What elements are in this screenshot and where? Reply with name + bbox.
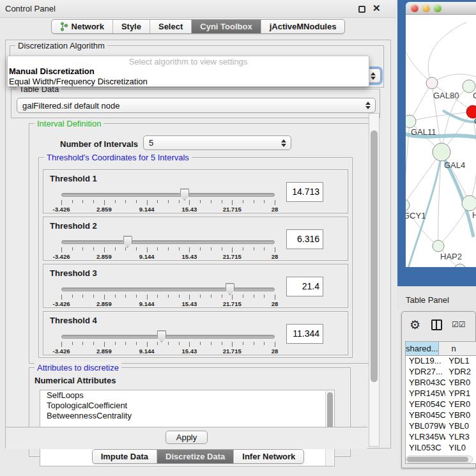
slider-thumb[interactable] xyxy=(123,236,132,248)
attribute-list-item[interactable]: SelfLoops xyxy=(40,390,334,401)
tab-jactivemnodules[interactable]: jActiveMNodules xyxy=(261,20,345,33)
threshold-4-slider[interactable]: -3.4262.8599.14415.4321.71528 xyxy=(61,333,275,352)
dropdown-item-equal-width[interactable]: Equal Width/Frequency Discretization xyxy=(8,77,369,87)
number-of-intervals-label: Number of Intervals xyxy=(60,139,138,149)
control-panel-titlebar: Control Panel ✕ xyxy=(0,0,396,18)
float-window-icon[interactable] xyxy=(358,6,365,13)
column-header-name[interactable]: n xyxy=(439,342,476,355)
attribute-list-item[interactable]: TopologicalCoefficient xyxy=(40,401,334,411)
tab-select[interactable]: Select xyxy=(150,20,191,33)
threshold-4-value-field[interactable]: 11.344 xyxy=(286,324,323,344)
table-data-group: Table Data galFiltered.sif default node xyxy=(11,89,380,118)
slider-ticks xyxy=(61,342,275,347)
select-columns-icon[interactable]: ☑☑ xyxy=(452,320,466,329)
slider-track[interactable] xyxy=(61,240,275,244)
threshold-4-panel: Threshold 4 -3.4262.8599.14415.4321.7152… xyxy=(43,311,348,355)
table-row[interactable]: YBL079WYBL0 xyxy=(406,421,476,432)
tab-infer-network[interactable]: Infer Network xyxy=(233,450,303,463)
network-view-window: GAL80GCGAL11GAL4GCY1HHAP2 xyxy=(397,0,476,286)
threshold-2-value-field[interactable]: 6.316 xyxy=(286,229,323,249)
threshold-1-slider[interactable]: -3.4262.8599.14415.4321.71528 xyxy=(61,191,275,210)
network-window-titlebar[interactable] xyxy=(406,2,476,15)
network-node[interactable] xyxy=(406,115,416,128)
gear-icon[interactable]: ⚙ xyxy=(410,318,420,332)
threshold-2-panel: Threshold 2 -3.4262.8599.14415.4321.7152… xyxy=(43,217,348,261)
slider-tick-labels: -3.4262.8599.14415.4321.71528 xyxy=(61,253,275,260)
slider-thumb[interactable] xyxy=(157,330,166,342)
interval-definition-group: Interval Definition Number of Intervals … xyxy=(29,123,378,364)
slider-tick-labels: -3.4262.8599.14415.4321.71528 xyxy=(61,206,275,213)
attribute-list-item[interactable]: BetweennessCentrality xyxy=(40,411,334,421)
apply-bar: Apply xyxy=(6,427,367,449)
network-node[interactable] xyxy=(426,77,438,89)
slider-tick-labels: -3.4262.8599.14415.4321.71528 xyxy=(61,300,275,307)
minimize-traffic-light-icon[interactable] xyxy=(422,4,430,12)
table-row[interactable]: YLR345WYLR3 xyxy=(406,432,476,443)
zoom-traffic-light-icon[interactable] xyxy=(434,4,441,12)
threshold-coordinates-group: Threshold's Coordinates for 5 Intervals … xyxy=(38,157,353,358)
network-node[interactable] xyxy=(454,264,466,267)
content-scrollbar[interactable] xyxy=(369,113,380,447)
dropdown-item-manual[interactable]: Manual Discretization xyxy=(8,66,369,77)
network-node[interactable] xyxy=(433,143,450,161)
table-row[interactable]: YER054CYER0 xyxy=(406,399,476,410)
network-node-label: G xyxy=(473,91,476,100)
number-of-intervals-spinner[interactable]: 5 xyxy=(143,135,291,150)
table-row[interactable]: YBR045CYBR0 xyxy=(406,410,476,421)
tab-discretize-data[interactable]: Discretize Data xyxy=(157,450,233,463)
slider-track[interactable] xyxy=(61,288,275,291)
table-toolbar: ⚙ ☑☑ xyxy=(402,312,475,340)
threshold-label: Threshold 4 xyxy=(50,316,97,325)
network-node[interactable] xyxy=(433,240,444,252)
table-row[interactable]: YPR145WYPR1 xyxy=(406,388,476,399)
threshold-label: Threshold 3 xyxy=(50,268,97,278)
apply-button[interactable]: Apply xyxy=(165,431,208,444)
slider-track[interactable] xyxy=(61,335,275,339)
table-row[interactable]: YIL053CYIL0 xyxy=(406,443,476,454)
table-row[interactable]: YBR043CYBR0 xyxy=(406,378,476,388)
close-icon[interactable]: ✕ xyxy=(372,3,381,14)
node-table[interactable]: shared... n YDL19...YDL1YDR27...YDR2YBR0… xyxy=(405,341,476,464)
panel-title: Control Panel xyxy=(5,4,56,13)
column-header-shared-name[interactable]: shared... xyxy=(406,342,439,355)
tab-network[interactable]: Network xyxy=(52,20,112,33)
table-header-row: shared... n xyxy=(406,342,476,356)
cyni-toolbox-content: Discretization Algorithm Select algorith… xyxy=(5,40,391,449)
table-panel-bar: Table Panel xyxy=(397,286,476,310)
tab-style[interactable]: Style xyxy=(112,20,150,33)
threshold-1-value-field[interactable]: 14.713 xyxy=(286,182,323,202)
close-traffic-light-icon[interactable] xyxy=(411,4,418,12)
slider-thumb[interactable] xyxy=(180,188,189,201)
column-layout-icon[interactable] xyxy=(431,319,442,330)
table-row[interactable]: YDR27...YDR2 xyxy=(406,367,476,378)
group-title: Attributes to discretize xyxy=(35,363,121,372)
slider-ticks xyxy=(61,247,275,252)
network-icon xyxy=(60,22,68,31)
table-horizontal-scrollbar[interactable] xyxy=(406,456,473,463)
group-title: Discretization Algorithm xyxy=(15,41,107,50)
slider-track[interactable] xyxy=(61,193,275,197)
scrollbar-thumb[interactable] xyxy=(371,130,378,382)
threshold-label: Threshold 2 xyxy=(50,221,97,231)
threshold-3-slider[interactable]: -3.4262.8599.14415.4321.71528 xyxy=(61,286,275,305)
network-node[interactable] xyxy=(406,199,410,211)
combo-arrows-icon xyxy=(365,102,371,109)
slider-thumb[interactable] xyxy=(225,283,234,295)
network-canvas[interactable]: GAL80GCGAL11GAL4GCY1HHAP2 xyxy=(406,15,476,267)
table-panel-title: Table Panel xyxy=(406,295,449,305)
table-data-combobox[interactable]: galFiltered.sif default node xyxy=(17,98,376,113)
network-node-label: HAP2 xyxy=(440,252,462,261)
slider-ticks xyxy=(61,295,275,300)
tab-cyni-toolbox[interactable]: Cyni Toolbox xyxy=(191,20,260,33)
bottom-tab-bar: Impute Data Discretize Data Infer Networ… xyxy=(0,449,396,464)
scrollbar-thumb[interactable] xyxy=(407,457,468,462)
table-data-value: galFiltered.sif default node xyxy=(22,101,119,111)
node-table-body: YDL19...YDL1YDR27...YDR2YBR043CYBR0YPR14… xyxy=(406,356,476,454)
threshold-3-value-field[interactable]: 21.4 xyxy=(286,277,323,296)
tab-impute-data[interactable]: Impute Data xyxy=(93,450,157,463)
network-node[interactable] xyxy=(462,196,476,211)
network-node-label: GAL11 xyxy=(411,127,436,137)
table-row[interactable]: YDL19...YDL1 xyxy=(406,356,476,367)
slider-tick-labels: -3.4262.8599.14415.4321.71528 xyxy=(61,348,275,355)
threshold-2-slider[interactable]: -3.4262.8599.14415.4321.71528 xyxy=(61,238,275,257)
